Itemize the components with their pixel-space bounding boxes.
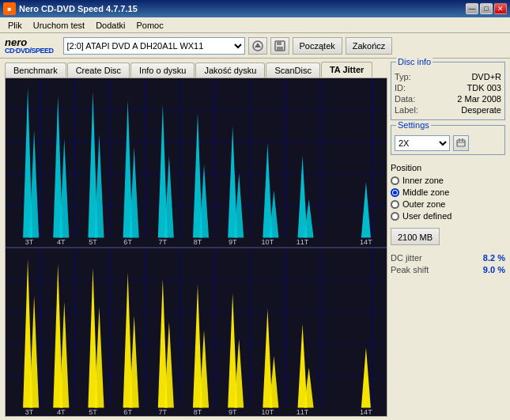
menu-uruchom[interactable]: Uruchom test	[28, 19, 89, 32]
mb-button[interactable]: 2100 MB	[391, 228, 440, 245]
outer-zone-label: Outer zone	[402, 199, 445, 209]
title-bar: ■ Nero CD-DVD Speed 4.7.7.15 — □ ✕	[0, 0, 510, 17]
disc-id-value: TDK 003	[467, 83, 501, 93]
tab-benchmark[interactable]: Benchmark	[5, 62, 66, 78]
menu-plik[interactable]: Plik	[3, 19, 27, 32]
svg-text:3T: 3T	[25, 237, 34, 246]
tab-info-o-dysku[interactable]: Info o dysku	[130, 62, 195, 78]
disc-label-value: Desperate	[461, 105, 501, 115]
settings-row: 1X2X4X8X	[395, 135, 501, 151]
disc-typ-label: Typ:	[395, 72, 423, 81]
tab-create-disc[interactable]: Create Disc	[67, 62, 130, 78]
tab-ta-jitter[interactable]: TA Jitter	[321, 62, 372, 78]
dc-jitter-label: DC jitter	[391, 253, 422, 263]
disc-data-label: Data:	[395, 94, 423, 104]
nero-logo-bottom: CD·DVD/SPEED	[5, 47, 54, 55]
save-button[interactable]	[270, 37, 289, 55]
title-bar-text: ■ Nero CD-DVD Speed 4.7.7.15	[3, 2, 138, 15]
peak-shift-label: Peak shift	[391, 265, 429, 274]
toolbar: nero CD·DVD/SPEED [2:0] ATAPI DVD A DH20…	[0, 33, 510, 59]
position-outer-row[interactable]: Outer zone	[391, 199, 505, 209]
middle-zone-label: Middle zone	[402, 187, 449, 197]
speed-select[interactable]: 1X2X4X8X	[395, 135, 450, 151]
position-group: Position Inner zone Middle zone Outer zo…	[391, 163, 505, 245]
left-panel: Benchmark Create Disc Info o dysku Jakoś…	[0, 59, 387, 420]
main-content: Benchmark Create Disc Info o dysku Jakoś…	[0, 59, 510, 420]
position-user-row[interactable]: User defined	[391, 211, 505, 221]
outer-zone-radio[interactable]	[391, 200, 399, 209]
svg-text:14T: 14T	[360, 237, 372, 246]
svg-text:10T: 10T	[262, 237, 274, 246]
svg-text:7T: 7T	[159, 237, 168, 246]
dc-jitter-value: 8.2 %	[483, 253, 505, 263]
inner-zone-radio[interactable]	[391, 176, 399, 185]
disc-id-row: ID: TDK 003	[395, 83, 501, 93]
svg-text:11T: 11T	[297, 407, 309, 415]
svg-text:4T: 4T	[57, 407, 66, 415]
disc-data-value: 2 Mar 2008	[457, 94, 501, 104]
dc-jitter-row: DC jitter 8.2 %	[391, 253, 505, 263]
peak-shift-value: 9.0 %	[483, 265, 505, 274]
svg-rect-3	[277, 41, 281, 45]
svg-text:6T: 6T	[123, 407, 132, 415]
svg-marker-1	[255, 43, 261, 47]
start-button[interactable]: Początek	[293, 37, 342, 55]
svg-text:4T: 4T	[57, 237, 66, 246]
svg-text:9T: 9T	[229, 237, 237, 246]
svg-text:7T: 7T	[159, 407, 168, 415]
svg-text:3T: 3T	[25, 407, 34, 415]
middle-zone-radio[interactable]	[391, 188, 399, 197]
drive-select[interactable]: [2:0] ATAPI DVD A DH20A1L WX11	[63, 37, 245, 55]
svg-text:14T: 14T	[360, 407, 372, 415]
disc-id-label: ID:	[395, 83, 423, 93]
disc-info-group: Disc info Typ: DVD+R ID: TDK 003 Data: 2…	[391, 62, 505, 120]
position-title: Position	[391, 163, 505, 172]
svg-text:8T: 8T	[194, 407, 202, 415]
settings-group: Settings 1X2X4X8X	[391, 125, 505, 155]
nero-logo-top: nero	[5, 37, 54, 47]
svg-marker-65	[59, 301, 69, 407]
maximize-button[interactable]: □	[480, 3, 493, 14]
svg-text:6T: 6T	[123, 237, 132, 246]
menu-pomoc[interactable]: Pomoc	[131, 19, 168, 32]
svg-text:9T: 9T	[229, 407, 237, 415]
disc-label-row: Label: Desperate	[395, 105, 501, 115]
tab-scandisc[interactable]: ScanDisc	[266, 62, 319, 78]
disc-data-row: Data: 2 Mar 2008	[395, 94, 501, 104]
svg-rect-4	[277, 47, 283, 50]
disc-info-title: Disc info	[396, 57, 433, 66]
svg-marker-63	[29, 295, 39, 407]
peak-shift-row: Peak shift 9.0 %	[391, 265, 505, 274]
menu-dodatki[interactable]: Dodatki	[91, 19, 130, 32]
settings-title: Settings	[396, 120, 431, 130]
svg-text:11T: 11T	[297, 237, 309, 246]
close-button[interactable]: ✕	[494, 3, 507, 14]
disc-label-label: Label:	[395, 105, 423, 115]
position-middle-row[interactable]: Middle zone	[391, 187, 505, 197]
disc-typ-value: DVD+R	[471, 72, 501, 81]
svg-text:8T: 8T	[194, 237, 202, 246]
tab-jakosc-dysku[interactable]: Jakość dysku	[195, 62, 265, 78]
svg-rect-91	[457, 140, 465, 146]
end-button[interactable]: Zakończ	[346, 37, 393, 55]
svg-marker-37	[361, 182, 371, 238]
menu-bar: Plik Uruchom test Dodatki Pomoc	[0, 17, 510, 33]
position-inner-row[interactable]: Inner zone	[391, 176, 505, 185]
eject-button[interactable]	[248, 37, 267, 55]
settings-icon-button[interactable]	[453, 135, 469, 151]
svg-text:5T: 5T	[89, 407, 97, 415]
nero-logo: nero CD·DVD/SPEED	[5, 37, 54, 55]
user-defined-radio[interactable]	[391, 212, 399, 221]
inner-zone-label: Inner zone	[402, 176, 444, 185]
user-defined-label: User defined	[402, 211, 451, 221]
svg-text:5T: 5T	[89, 237, 97, 246]
top-chart: 3T 4T 5T 6T 7T 8T 9T 10T 11T 14T	[6, 78, 387, 248]
svg-marker-80	[361, 347, 371, 407]
disc-typ-row: Typ: DVD+R	[395, 72, 501, 81]
svg-text:10T: 10T	[262, 407, 274, 415]
right-panel: Disc info Typ: DVD+R ID: TDK 003 Data: 2…	[387, 59, 510, 420]
bottom-chart: 3T 4T 5T 6T 7T 8T 9T 10T 11T 14T	[6, 248, 387, 417]
minimize-button[interactable]: —	[466, 3, 478, 14]
title-bar-buttons: — □ ✕	[466, 3, 507, 14]
app-icon: ■	[3, 2, 16, 15]
